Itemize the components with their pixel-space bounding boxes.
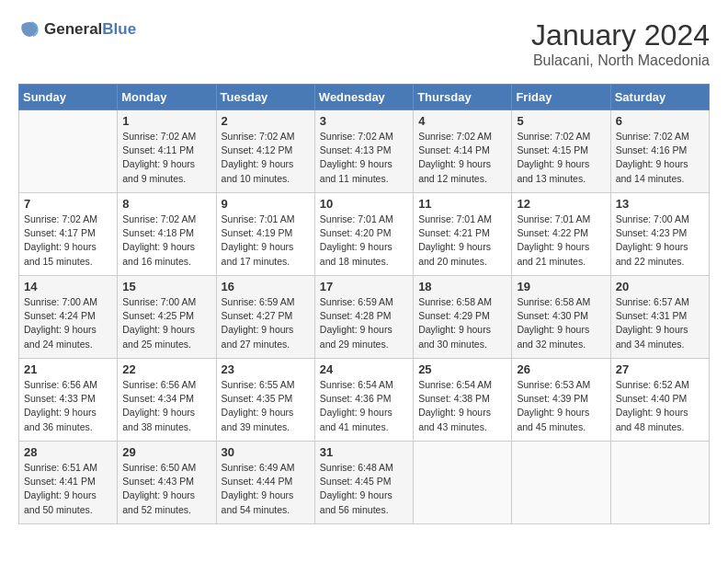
day-number: 18 [418,280,506,293]
day-info: Sunrise: 7:00 AMSunset: 4:24 PMDaylight:… [24,295,112,351]
day-number: 16 [222,280,310,293]
day-number: 31 [320,445,408,459]
day-info: Sunrise: 7:02 AMSunset: 4:13 PMDaylight:… [320,130,408,186]
day-number: 22 [122,362,210,376]
day-info: Sunrise: 6:56 AMSunset: 4:33 PMDaylight:… [24,378,112,434]
calendar-cell: 10Sunrise: 7:01 AMSunset: 4:20 PMDayligh… [314,193,413,276]
day-info: Sunrise: 6:58 AMSunset: 4:29 PMDaylight:… [418,295,506,351]
calendar-cell: 5Sunrise: 7:02 AMSunset: 4:15 PMDaylight… [512,110,610,193]
calendar-cell: 18Sunrise: 6:58 AMSunset: 4:29 PMDayligh… [414,276,512,359]
calendar-cell: 15Sunrise: 7:00 AMSunset: 4:25 PMDayligh… [118,276,216,359]
day-number: 8 [122,197,210,211]
calendar-cell [414,442,512,524]
day-number: 29 [122,445,210,459]
day-number: 7 [24,197,112,211]
calendar-cell: 21Sunrise: 6:56 AMSunset: 4:33 PMDayligh… [19,359,118,442]
day-number: 1 [122,114,210,128]
day-info: Sunrise: 6:51 AMSunset: 4:41 PMDaylight:… [24,461,112,517]
day-number: 10 [320,197,408,211]
day-number: 13 [616,197,704,211]
weekday-header-friday: Friday [512,85,610,110]
calendar-cell: 7Sunrise: 7:02 AMSunset: 4:17 PMDaylight… [19,193,118,276]
day-info: Sunrise: 6:49 AMSunset: 4:44 PMDaylight:… [222,461,310,517]
weekday-header-row: SundayMondayTuesdayWednesdayThursdayFrid… [19,85,710,110]
logo-icon [18,18,40,40]
calendar-cell: 6Sunrise: 7:02 AMSunset: 4:16 PMDaylight… [610,110,709,193]
day-info: Sunrise: 7:01 AMSunset: 4:21 PMDaylight:… [418,213,506,269]
week-row-4: 21Sunrise: 6:56 AMSunset: 4:33 PMDayligh… [19,359,710,442]
day-info: Sunrise: 7:01 AMSunset: 4:22 PMDaylight:… [517,213,605,269]
calendar-cell: 2Sunrise: 7:02 AMSunset: 4:12 PMDaylight… [216,110,314,193]
day-info: Sunrise: 7:02 AMSunset: 4:12 PMDaylight:… [222,130,310,186]
day-info: Sunrise: 6:55 AMSunset: 4:35 PMDaylight:… [222,378,310,434]
calendar-cell: 22Sunrise: 6:56 AMSunset: 4:34 PMDayligh… [118,359,216,442]
weekday-header-sunday: Sunday [19,85,118,110]
weekday-header-wednesday: Wednesday [314,85,413,110]
calendar-cell: 19Sunrise: 6:58 AMSunset: 4:30 PMDayligh… [512,276,610,359]
day-number: 28 [24,445,112,459]
day-number: 19 [517,280,605,293]
calendar-cell: 26Sunrise: 6:53 AMSunset: 4:39 PMDayligh… [512,359,610,442]
calendar-cell: 30Sunrise: 6:49 AMSunset: 4:44 PMDayligh… [216,442,314,524]
week-row-2: 7Sunrise: 7:02 AMSunset: 4:17 PMDaylight… [19,193,710,276]
day-number: 12 [517,197,605,211]
day-info: Sunrise: 7:01 AMSunset: 4:20 PMDaylight:… [320,213,408,269]
day-number: 30 [222,445,310,459]
calendar-cell: 12Sunrise: 7:01 AMSunset: 4:22 PMDayligh… [512,193,610,276]
calendar-cell: 17Sunrise: 6:59 AMSunset: 4:28 PMDayligh… [314,276,413,359]
calendar-cell: 1Sunrise: 7:02 AMSunset: 4:11 PMDaylight… [118,110,216,193]
weekday-header-saturday: Saturday [610,85,709,110]
day-number: 11 [418,197,506,211]
calendar-cell: 8Sunrise: 7:02 AMSunset: 4:18 PMDaylight… [118,193,216,276]
calendar-cell: 4Sunrise: 7:02 AMSunset: 4:14 PMDaylight… [414,110,512,193]
day-info: Sunrise: 6:54 AMSunset: 4:38 PMDaylight:… [418,378,506,434]
day-info: Sunrise: 6:59 AMSunset: 4:28 PMDaylight:… [320,295,408,351]
calendar-cell: 20Sunrise: 6:57 AMSunset: 4:31 PMDayligh… [610,276,709,359]
day-number: 4 [418,114,506,128]
day-info: Sunrise: 7:02 AMSunset: 4:14 PMDaylight:… [418,130,506,186]
day-number: 3 [320,114,408,128]
day-number: 14 [24,280,112,293]
day-info: Sunrise: 7:02 AMSunset: 4:15 PMDaylight:… [517,130,605,186]
calendar-table: SundayMondayTuesdayWednesdayThursdayFrid… [18,84,710,524]
day-number: 27 [616,362,704,376]
day-info: Sunrise: 7:02 AMSunset: 4:17 PMDaylight:… [24,213,112,269]
day-number: 26 [517,362,605,376]
day-number: 15 [122,280,210,293]
day-number: 24 [320,362,408,376]
day-info: Sunrise: 6:59 AMSunset: 4:27 PMDaylight:… [222,295,310,351]
calendar-cell: 27Sunrise: 6:52 AMSunset: 4:40 PMDayligh… [610,359,709,442]
day-info: Sunrise: 7:02 AMSunset: 4:18 PMDaylight:… [122,213,210,269]
day-number: 2 [222,114,310,128]
weekday-header-monday: Monday [118,85,216,110]
calendar-cell: 13Sunrise: 7:00 AMSunset: 4:23 PMDayligh… [610,193,709,276]
weekday-header-tuesday: Tuesday [216,85,314,110]
weekday-header-thursday: Thursday [414,85,512,110]
day-number: 6 [616,114,704,128]
calendar-cell: 16Sunrise: 6:59 AMSunset: 4:27 PMDayligh… [216,276,314,359]
calendar-cell: 14Sunrise: 7:00 AMSunset: 4:24 PMDayligh… [19,276,118,359]
calendar-cell: 3Sunrise: 7:02 AMSunset: 4:13 PMDaylight… [314,110,413,193]
week-row-3: 14Sunrise: 7:00 AMSunset: 4:24 PMDayligh… [19,276,710,359]
day-info: Sunrise: 6:48 AMSunset: 4:45 PMDaylight:… [320,461,408,517]
day-info: Sunrise: 7:00 AMSunset: 4:25 PMDaylight:… [122,295,210,351]
week-row-5: 28Sunrise: 6:51 AMSunset: 4:41 PMDayligh… [19,442,710,524]
day-info: Sunrise: 7:01 AMSunset: 4:19 PMDaylight:… [222,213,310,269]
day-number: 17 [320,280,408,293]
calendar-cell: 29Sunrise: 6:50 AMSunset: 4:43 PMDayligh… [118,442,216,524]
calendar-cell: 28Sunrise: 6:51 AMSunset: 4:41 PMDayligh… [19,442,118,524]
week-row-1: 1Sunrise: 7:02 AMSunset: 4:11 PMDaylight… [19,110,710,193]
calendar-cell [610,442,709,524]
calendar-cell [19,110,118,193]
day-info: Sunrise: 6:56 AMSunset: 4:34 PMDaylight:… [122,378,210,434]
day-info: Sunrise: 6:52 AMSunset: 4:40 PMDaylight:… [616,378,704,434]
calendar-cell: 25Sunrise: 6:54 AMSunset: 4:38 PMDayligh… [414,359,512,442]
day-info: Sunrise: 6:57 AMSunset: 4:31 PMDaylight:… [616,295,704,351]
day-number: 5 [517,114,605,128]
title-area: January 2024 Bulacani, North Macedonia [531,18,710,69]
calendar-cell: 9Sunrise: 7:01 AMSunset: 4:19 PMDaylight… [216,193,314,276]
month-title: January 2024 [531,18,710,52]
day-info: Sunrise: 7:02 AMSunset: 4:16 PMDaylight:… [616,130,704,186]
day-info: Sunrise: 6:53 AMSunset: 4:39 PMDaylight:… [517,378,605,434]
day-number: 21 [24,362,112,376]
